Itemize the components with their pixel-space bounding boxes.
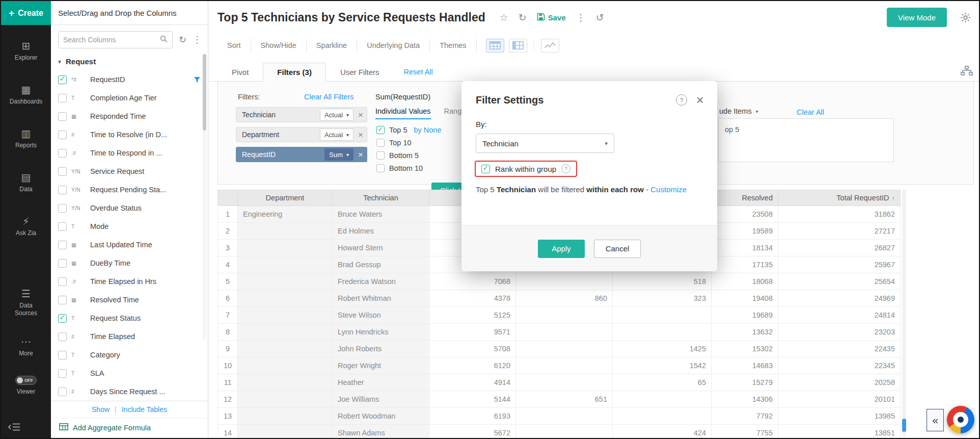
toolbar-button[interactable]: Themes bbox=[430, 39, 476, 52]
field-row[interactable]: Y/N Overdue Status bbox=[51, 199, 208, 217]
filter-chip[interactable]: Department Actual ▾ × bbox=[236, 127, 367, 142]
field-checkbox[interactable] bbox=[58, 186, 67, 194]
rank-help-icon[interactable]: ? bbox=[561, 164, 570, 173]
field-row[interactable]: ▦ Resolved Time bbox=[51, 291, 208, 309]
collapse-sidebar-icon[interactable] bbox=[8, 423, 20, 433]
by-field-dropdown[interactable]: Technician ▾ bbox=[476, 134, 614, 153]
create-button[interactable]: + Create bbox=[1, 1, 51, 25]
filter-chip[interactable]: RequestID Sum ▾ × bbox=[236, 147, 367, 162]
reset-all-link[interactable]: Reset All bbox=[404, 68, 433, 76]
option-checkbox[interactable] bbox=[376, 164, 385, 172]
cancel-button[interactable]: Cancel bbox=[594, 240, 641, 258]
table-row[interactable]: 14 Shawn Adams 5672 424 7755 13851 bbox=[218, 425, 901, 439]
field-row[interactable]: # Days Since Request ... bbox=[51, 382, 208, 401]
field-checkbox[interactable] bbox=[58, 75, 67, 84]
field-checkbox[interactable] bbox=[58, 112, 67, 121]
sidebar-item[interactable]: ⚡ Ask Zia bbox=[1, 210, 51, 243]
field-row[interactable]: ▦ Responded Time bbox=[51, 107, 208, 125]
table-row[interactable]: 8 Lynn Hendricks 9571 13632 23203 bbox=[218, 324, 901, 341]
chip-remove-icon[interactable]: × bbox=[358, 111, 363, 119]
field-checkbox[interactable] bbox=[58, 314, 67, 323]
field-checkbox[interactable] bbox=[58, 204, 67, 213]
zoho-analytics-logo[interactable] bbox=[947, 406, 974, 433]
chip-aggregate-dropdown[interactable]: Actual ▾ bbox=[320, 109, 353, 121]
field-checkbox[interactable] bbox=[58, 369, 67, 378]
table-row[interactable]: 10 Roger Wright 6120 1542 14683 22345 bbox=[218, 357, 901, 374]
toolbar-button[interactable]: Sparkline bbox=[307, 39, 357, 52]
table-row[interactable]: 13 Robert Woodman 6193 7792 13985 bbox=[218, 408, 901, 425]
field-checkbox[interactable] bbox=[58, 167, 67, 176]
option-checkbox[interactable] bbox=[376, 151, 385, 160]
toolbar-button[interactable]: Underlying Data bbox=[357, 39, 430, 52]
apply-button[interactable]: Apply bbox=[538, 240, 585, 258]
columns-menu-icon[interactable]: ⋮ bbox=[193, 35, 202, 44]
header-resolved[interactable]: Resolved bbox=[712, 190, 778, 206]
field-row[interactable]: Y/N Request Pending Sta... bbox=[51, 180, 208, 199]
filter-option[interactable]: Bottom 5 bbox=[376, 151, 442, 160]
more-options-icon[interactable]: ⋮ bbox=[576, 13, 586, 22]
sidebar-item[interactable]: ▥ Reports bbox=[1, 122, 51, 156]
header-technician[interactable]: Technician bbox=[333, 190, 429, 206]
sidebar-item[interactable]: ▦ Dashboards bbox=[1, 78, 51, 112]
field-checkbox[interactable] bbox=[58, 241, 67, 249]
field-row[interactable]: .# Time Elapsed in Hrs bbox=[51, 272, 208, 291]
filter-option[interactable]: Top 5 by None bbox=[376, 125, 442, 135]
sidebar-item-viewer[interactable]: OFF Viewer bbox=[15, 376, 37, 396]
table-row[interactable]: 6 Robert Whitman 4378 860 323 19408 2496… bbox=[218, 290, 901, 307]
field-row[interactable]: T Completion Age Tier bbox=[51, 89, 208, 107]
option-checkbox[interactable] bbox=[376, 126, 385, 134]
field-row[interactable]: ▦ Last Updated Time bbox=[51, 236, 208, 254]
include-items-dropdown-cut[interactable]: ude Items ▾ bbox=[719, 107, 758, 115]
chip-remove-icon[interactable]: × bbox=[358, 150, 363, 159]
field-row[interactable]: T Category bbox=[51, 346, 208, 364]
field-checkbox[interactable] bbox=[58, 131, 67, 139]
table-row[interactable]: 7 Steve Wilson 5125 19689 24814 bbox=[218, 307, 901, 324]
filter-chip[interactable]: Technician Actual ▾ × bbox=[236, 107, 367, 122]
field-row[interactable]: Y/N Service Request bbox=[51, 162, 208, 180]
help-icon[interactable]: ? bbox=[676, 94, 687, 106]
include-tables-link[interactable]: Include Tables bbox=[122, 405, 167, 414]
field-checkbox[interactable] bbox=[58, 94, 67, 102]
filter-option[interactable]: Bottom 10 bbox=[376, 164, 442, 173]
chip-aggregate-dropdown[interactable]: Sum ▾ bbox=[324, 148, 353, 161]
show-link[interactable]: Show bbox=[92, 405, 110, 414]
search-columns-box[interactable] bbox=[58, 31, 173, 48]
columns-scrollbar[interactable] bbox=[203, 54, 206, 340]
field-checkbox[interactable] bbox=[58, 149, 67, 158]
chip-remove-icon[interactable]: × bbox=[358, 131, 363, 139]
rank-within-group-checkbox[interactable] bbox=[481, 165, 490, 173]
sidebar-item[interactable]: ☰ Data Sources bbox=[1, 286, 51, 320]
save-button[interactable]: Save bbox=[537, 13, 566, 22]
clear-all-filters-link[interactable]: Clear All Filters bbox=[304, 93, 354, 101]
toolbar-button[interactable]: Show/Hide bbox=[251, 39, 307, 52]
by-none-link[interactable]: by None bbox=[414, 126, 441, 134]
toolbar-button[interactable]: Sort bbox=[217, 39, 251, 52]
chip-aggregate-dropdown[interactable]: Actual ▾ bbox=[320, 128, 353, 141]
classic-view-icon[interactable] bbox=[509, 39, 527, 53]
field-row[interactable]: *# RequestID bbox=[51, 70, 208, 89]
refresh-columns-icon[interactable]: ↻ bbox=[179, 35, 186, 44]
field-row[interactable]: # Time Elapsed bbox=[51, 327, 208, 346]
header-department[interactable]: Department bbox=[238, 190, 333, 206]
header-total-requestid[interactable]: Total RequestID↑ bbox=[778, 190, 901, 206]
field-checkbox[interactable] bbox=[58, 277, 67, 286]
sidebar-item[interactable]: ⊞ Explorer bbox=[1, 34, 51, 68]
clear-all-link[interactable]: Clear All bbox=[797, 108, 824, 116]
subtab-individual-values[interactable]: Individual Values bbox=[375, 107, 431, 119]
table-row[interactable]: 5 Frederica Watson 7068 518 18068 25654 bbox=[218, 273, 901, 290]
chart-view-icon[interactable] bbox=[541, 39, 559, 53]
field-checkbox[interactable] bbox=[58, 296, 67, 304]
field-row[interactable]: ▦ DueBy Time bbox=[51, 254, 208, 272]
table-row[interactable]: 11 Heather 4914 65 15279 20258 bbox=[218, 374, 901, 391]
refresh-report-icon[interactable]: ↻ bbox=[519, 13, 527, 22]
field-row[interactable]: T SLA bbox=[51, 364, 208, 382]
view-mode-button[interactable]: View Mode bbox=[887, 8, 947, 27]
favorite-star-icon[interactable]: ☆ bbox=[500, 13, 508, 22]
tab-filters[interactable]: Filters (3) bbox=[263, 63, 326, 82]
option-checkbox[interactable] bbox=[376, 139, 385, 147]
undo-icon[interactable]: ↺ bbox=[596, 13, 604, 22]
table-row[interactable]: 12 Joe Williams 5144 651 14306 20101 bbox=[218, 391, 901, 408]
viewer-toggle[interactable]: OFF bbox=[15, 376, 37, 385]
table-section-header[interactable]: ▾ Request bbox=[51, 53, 208, 70]
close-icon[interactable]: × bbox=[696, 93, 704, 107]
